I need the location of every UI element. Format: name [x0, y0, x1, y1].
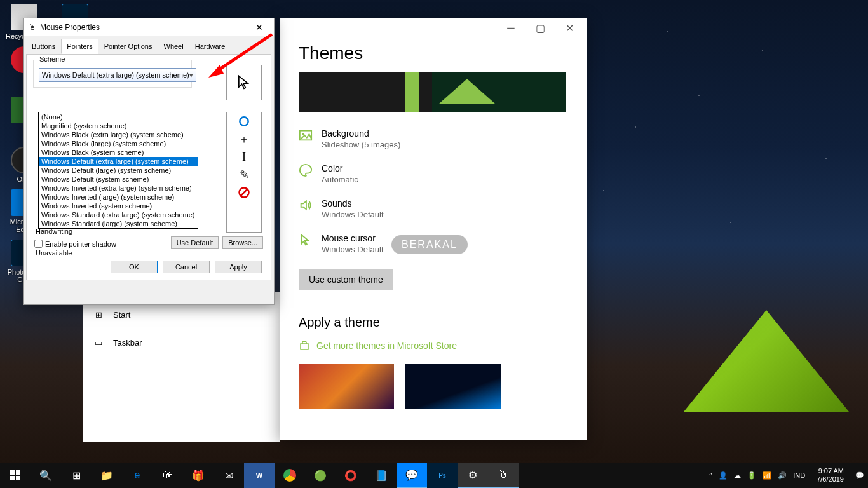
tray-people-icon[interactable]: 👤 [719, 471, 728, 480]
tab-hardware[interactable]: Hardware [189, 39, 231, 54]
taskbar-clock[interactable]: 9:07 AM 7/6/2019 [811, 467, 849, 484]
browse-button[interactable]: Browse... [222, 236, 263, 249]
settings-window: ─ ▢ ✕ Themes Background Slideshow (5 ima… [280, 18, 587, 440]
start-button[interactable] [0, 463, 31, 488]
page-title: Themes [299, 43, 567, 64]
cursor-preview [226, 65, 262, 100]
taskbar: 🔍 ⊞ 📁 e 🛍 🎁 ✉ W 🟢 ⭕ 📘 💬 Ps ⚙ 🖱 ^ 👤 ☁ 🔋 📶… [0, 463, 868, 488]
use-custom-theme-button[interactable]: Use custom theme [299, 269, 393, 290]
maximize-button[interactable]: ▢ [526, 18, 555, 37]
svg-rect-9 [10, 476, 15, 480]
tab-pointers[interactable]: Pointers [61, 39, 98, 54]
theme-thumbnail[interactable] [405, 364, 501, 409]
tray-battery-icon[interactable]: 🔋 [747, 471, 756, 480]
scheme-option[interactable]: Windows Black (large) (system scheme) [39, 139, 198, 148]
scheme-option[interactable]: Windows Standard (large) (system scheme) [39, 219, 198, 228]
scheme-group-label: Scheme [37, 55, 67, 63]
close-button[interactable]: ✕ [555, 18, 584, 37]
scheme-option[interactable]: Windows Inverted (extra large) (system s… [39, 184, 198, 193]
store-taskbar-button[interactable]: 🛍 [153, 463, 183, 488]
tray-wifi-icon[interactable]: 📶 [763, 471, 771, 480]
svg-rect-8 [16, 470, 20, 475]
gift-taskbar-button[interactable]: 🎁 [183, 463, 214, 488]
tab-pointer-options[interactable]: Pointer Options [98, 39, 158, 54]
scheme-option[interactable]: Windows Black (system scheme) [39, 148, 198, 157]
svg-line-4 [240, 189, 248, 196]
background-setting[interactable]: Background Slideshow (5 images) [299, 128, 567, 149]
app-taskbar-button[interactable]: 🟢 [305, 463, 336, 488]
notifications-button[interactable]: 💬 [855, 471, 864, 480]
apply-button[interactable]: Apply [215, 261, 262, 273]
scheme-option[interactable]: (None) [39, 112, 198, 121]
search-button[interactable]: 🔍 [31, 463, 61, 488]
edge-taskbar-button[interactable]: e [122, 463, 153, 488]
scheme-dropdown[interactable]: Windows Default (extra large) (system sc… [39, 68, 196, 82]
scheme-dropdown-list[interactable]: (None)Magnified (system scheme)Windows B… [38, 112, 198, 229]
messenger-taskbar-button[interactable]: 💬 [397, 463, 427, 488]
use-default-button[interactable]: Use Default [171, 236, 219, 249]
mouse-taskbar-button[interactable]: 🖱 [488, 463, 519, 488]
sidebar-item-start[interactable]: ⊞Start [83, 302, 280, 327]
scheme-option[interactable]: Windows Inverted (large) (system scheme) [39, 193, 198, 201]
theme-preview[interactable] [299, 72, 566, 112]
photoshop-taskbar-button[interactable]: Ps [427, 463, 458, 488]
cursor-icon [299, 233, 313, 247]
svg-point-2 [240, 117, 248, 125]
customize-pointer-list[interactable]: ＋ I ✎ [226, 112, 262, 233]
dialog-close-button[interactable]: ✕ [250, 22, 269, 32]
settings-sidebar: ⊞Start▭Taskbar [83, 292, 280, 442]
sounds-setting[interactable]: Sounds Windows Default [299, 198, 567, 219]
mouse-icon: 🖱 [29, 23, 36, 32]
tray-cloud-icon[interactable]: ☁ [734, 471, 741, 480]
mail-taskbar-button[interactable]: ✉ [214, 463, 244, 488]
settings-titlebar: ─ ▢ ✕ [280, 18, 587, 38]
scheme-option[interactable]: Windows Default (extra large) (system sc… [39, 157, 198, 166]
svg-rect-10 [16, 476, 20, 480]
chrome-taskbar-button[interactable] [275, 463, 305, 488]
task-view-button[interactable]: ⊞ [61, 463, 92, 488]
scheme-option[interactable]: Windows Black (extra large) (system sche… [39, 130, 198, 139]
cancel-button[interactable]: Cancel [163, 261, 210, 273]
settings-taskbar-button[interactable]: ⚙ [458, 463, 488, 488]
speaker-icon [299, 198, 313, 212]
word-taskbar-button[interactable]: W [244, 463, 275, 488]
tray-chevron-icon[interactable]: ^ [709, 471, 712, 479]
palette-icon [299, 163, 313, 177]
svg-rect-7 [10, 470, 15, 475]
tab-wheel[interactable]: Wheel [158, 39, 189, 54]
dialog-titlebar: 🖱 Mouse Properties ✕ [24, 18, 274, 36]
scheme-option[interactable]: Windows Default (system scheme) [39, 175, 198, 184]
theme-thumbnail[interactable] [299, 364, 394, 409]
color-setting[interactable]: Color Automatic [299, 163, 567, 184]
scheme-option[interactable]: Magnified (system scheme) [39, 121, 198, 130]
mouse-properties-dialog: 🖱 Mouse Properties ✕ ButtonsPointersPoin… [23, 18, 275, 305]
store-icon [299, 340, 310, 351]
tray-volume-icon[interactable]: 🔊 [778, 471, 787, 480]
file-explorer-button[interactable]: 📁 [92, 463, 122, 488]
pointer-shadow-checkbox[interactable]: Enable pointer shadow [34, 240, 116, 248]
tab-buttons[interactable]: Buttons [26, 39, 61, 54]
customize-item-label: Unavailable [36, 249, 72, 257]
ok-button[interactable]: OK [111, 261, 158, 273]
tray-language[interactable]: IND [793, 471, 805, 479]
minimize-button[interactable]: ─ [496, 18, 526, 37]
scheme-option[interactable]: Windows Default (large) (system scheme) [39, 166, 198, 175]
scheme-option[interactable]: Windows Standard (extra large) (system s… [39, 210, 198, 219]
obs-taskbar-button[interactable]: ⭕ [336, 463, 366, 488]
chevron-down-icon: ▾ [189, 71, 193, 79]
dialog-title: Mouse Properties [40, 23, 100, 32]
scheme-option[interactable]: Windows Inverted (system scheme) [39, 201, 198, 210]
watermark: BERAKAL [391, 235, 468, 254]
settings-content: Themes Background Slideshow (5 images) C… [280, 38, 587, 421]
picture-icon [299, 128, 313, 142]
sidebar-item-taskbar[interactable]: ▭Taskbar [83, 330, 280, 355]
apply-theme-heading: Apply a theme [299, 315, 567, 330]
ms-store-link[interactable]: Get more themes in Microsoft Store [299, 340, 567, 351]
notes-taskbar-button[interactable]: 📘 [366, 463, 397, 488]
